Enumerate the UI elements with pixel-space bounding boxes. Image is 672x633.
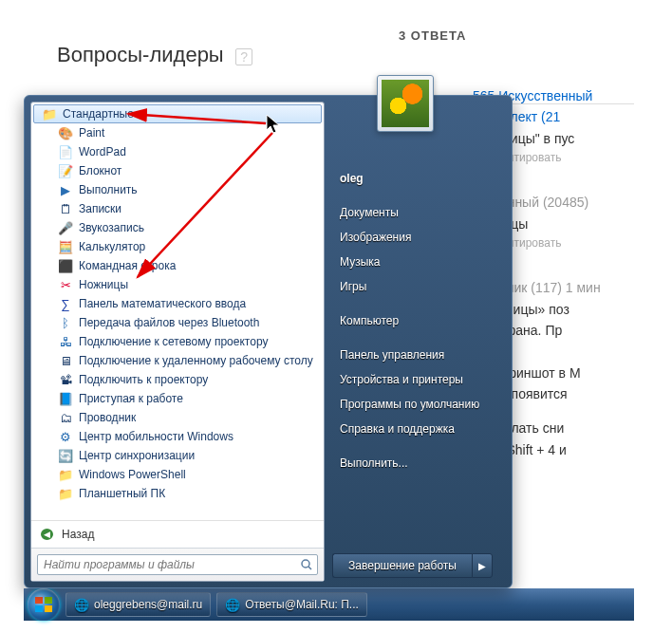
svg-rect-2 [35, 597, 43, 604]
start-right-выполнить-[interactable]: Выполнить... [336, 451, 493, 475]
taskbar-item-label: Ответы@Mail.Ru: П... [245, 598, 359, 611]
program-label: Центр синхронизации [79, 449, 195, 462]
program-label: Подключение к сетевому проектору [79, 335, 268, 348]
program-item-звукозапись[interactable]: Звукозапись [31, 218, 324, 237]
program-item-панель-математического-ввода[interactable]: Панель математического ввода [31, 294, 324, 313]
taskbar-item-label: oleggrebens@mail.ru [94, 598, 202, 611]
program-label: Планшетный ПК [79, 487, 165, 500]
program-label: Выполнить [79, 183, 138, 196]
paint-icon [58, 125, 73, 140]
program-label: Проводник [79, 411, 136, 424]
browser-icon: 🌐 [225, 598, 240, 612]
start-menu-left-panel: Стандартные PaintWordPadБлокнотВыполнить… [30, 102, 325, 582]
ps-icon [58, 467, 73, 482]
shutdown-button[interactable]: Завершение работы [332, 553, 472, 578]
folder-icon [42, 106, 57, 121]
program-item-калькулятор[interactable]: Калькулятор [31, 237, 324, 256]
user-avatar[interactable] [377, 75, 434, 132]
program-label: Передача файлов через Bluetooth [79, 316, 259, 329]
program-label: Paint [79, 126, 104, 140]
rdp-icon [58, 353, 73, 368]
user-name[interactable]: oleg [336, 166, 493, 191]
start-right-музыка[interactable]: Музыка [336, 250, 493, 274]
math-icon [58, 296, 73, 311]
start-icon [58, 391, 73, 406]
program-item-командная-строка[interactable]: Командная строка [31, 256, 324, 275]
search-container [31, 548, 324, 581]
windows-logo-icon [34, 595, 53, 614]
taskbar: 🌐oleggrebens@mail.ru🌐Ответы@Mail.Ru: П..… [24, 588, 634, 621]
proj-icon [58, 372, 73, 387]
program-label: Калькулятор [79, 240, 145, 253]
start-button[interactable] [28, 588, 60, 621]
calc-icon [58, 239, 73, 254]
program-item-записки[interactable]: Записки [31, 199, 324, 218]
start-right-панель-управления[interactable]: Панель управления [336, 343, 493, 367]
snip-icon [58, 277, 73, 292]
start-right-игры[interactable]: Игры [336, 274, 493, 299]
program-label: Ножницы [79, 278, 128, 291]
program-item-windows-powershell[interactable]: Windows PowerShell [31, 465, 324, 484]
start-right-устройства-и-принтеры[interactable]: Устройства и принтеры [336, 367, 493, 392]
program-item-планшетный-пк[interactable]: Планшетный ПК [31, 484, 324, 503]
answers-count: 3 ОТВЕТА [399, 28, 466, 43]
help-icon: ? [235, 48, 252, 65]
program-item-проводник[interactable]: Проводник [31, 408, 324, 427]
search-input[interactable] [37, 554, 318, 575]
notes-icon [58, 201, 73, 216]
sound-icon [58, 220, 73, 235]
program-label: Приступая к работе [79, 392, 183, 405]
explorer-icon [58, 410, 73, 425]
back-arrow-icon [41, 527, 56, 542]
start-right-справка-и-поддержка[interactable]: Справка и поддержка [336, 417, 493, 441]
start-right-программы-по-умолчанию[interactable]: Программы по умолчанию [336, 392, 493, 417]
taskbar-item[interactable]: 🌐oleggrebens@mail.ru [65, 592, 211, 617]
program-label: Блокнот [79, 164, 121, 177]
start-right-изображения[interactable]: Изображения [336, 225, 493, 250]
program-item-приступая-к-работе[interactable]: Приступая к работе [31, 389, 324, 408]
svg-rect-4 [35, 605, 43, 612]
program-item-блокнот[interactable]: Блокнот [31, 161, 324, 180]
back-button[interactable]: Назад [31, 520, 324, 548]
back-label: Назад [62, 528, 94, 541]
program-item-передача-файлов-через-bluetooth[interactable]: Передача файлов через Bluetooth [31, 313, 324, 332]
program-label: Панель математического ввода [79, 297, 246, 310]
mobility-icon [58, 429, 73, 444]
program-label: Записки [79, 202, 121, 215]
avatar-image [382, 80, 429, 127]
program-label: Центр мобильности Windows [79, 430, 233, 443]
start-right-компьютер[interactable]: Компьютер [336, 308, 493, 333]
program-folder-label: Стандартные [63, 107, 134, 121]
mouse-cursor [266, 114, 283, 135]
page-title: Вопросы-лидеры [57, 43, 224, 66]
program-label: Звукозапись [79, 221, 144, 234]
program-label: Windows PowerShell [79, 468, 186, 481]
program-item-подключение-к-сетевому-проектору[interactable]: Подключение к сетевому проектору [31, 332, 324, 351]
program-item-подключение-к-удаленному-рабочему-столу[interactable]: Подключение к удаленному рабочему столу [31, 351, 324, 370]
program-label: Командная строка [79, 259, 176, 272]
shutdown-options-arrow[interactable]: ▶ [472, 553, 493, 578]
svg-rect-3 [45, 597, 52, 604]
net-icon [58, 334, 73, 349]
tablet-icon [58, 486, 73, 501]
program-item-ножницы[interactable]: Ножницы [31, 275, 324, 294]
program-item-выполнить[interactable]: Выполнить [31, 180, 324, 199]
browser-icon: 🌐 [74, 598, 89, 612]
start-menu: Стандартные PaintWordPadБлокнотВыполнить… [24, 95, 513, 588]
wordpad-icon [58, 144, 73, 159]
program-label: WordPad [79, 145, 126, 158]
svg-rect-5 [45, 605, 52, 612]
program-label: Подключить к проектору [79, 373, 208, 386]
program-item-подключить-к-проектору[interactable]: Подключить к проектору [31, 370, 324, 389]
program-item-wordpad[interactable]: WordPad [31, 142, 324, 161]
program-item-центр-синхронизации[interactable]: Центр синхронизации [31, 446, 324, 465]
notepad-icon [58, 163, 73, 178]
sync-icon [58, 448, 73, 463]
cmd-icon [58, 258, 73, 273]
shutdown-control: Завершение работы ▶ [332, 553, 493, 578]
start-right-документы[interactable]: Документы [336, 200, 493, 225]
taskbar-item[interactable]: 🌐Ответы@Mail.Ru: П... [216, 592, 367, 617]
bt-icon [58, 315, 73, 330]
programs-list[interactable]: Стандартные PaintWordPadБлокнотВыполнить… [31, 102, 324, 520]
program-item-центр-мобильности-windows[interactable]: Центр мобильности Windows [31, 427, 324, 446]
